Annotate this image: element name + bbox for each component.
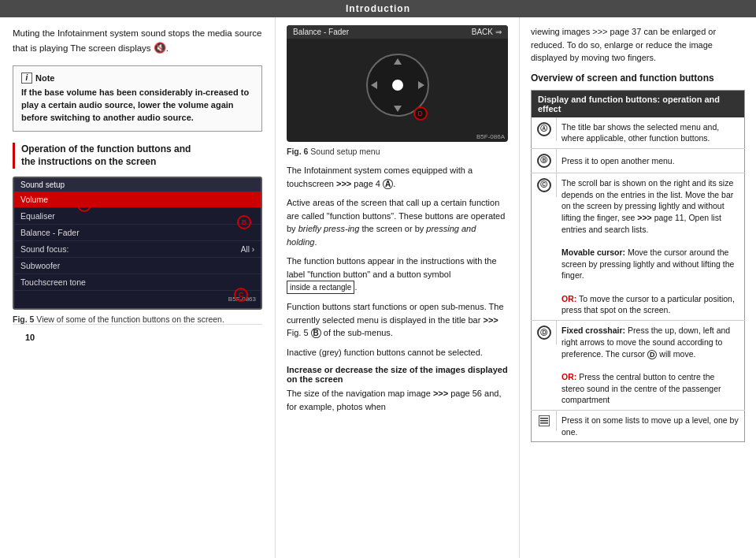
func-table: Display and function buttons: operation … bbox=[531, 90, 745, 443]
svg-rect-2 bbox=[540, 422, 548, 424]
inline-box: inside a rectangle bbox=[287, 281, 354, 294]
table-row-D: Ⓓ Fixed crosshair: Press the up, down, l… bbox=[532, 321, 745, 411]
mid-para-6: The size of the navigation map image >>>… bbox=[287, 387, 508, 413]
page-number-area: 10 bbox=[13, 324, 262, 345]
table-row-C: Ⓒ The scroll bar is shown on the right a… bbox=[532, 173, 745, 320]
mid-para-5: Inactive (grey) function buttons cannot … bbox=[287, 346, 508, 359]
header-bar: Introduction bbox=[0, 0, 756, 17]
func-badge-A: Ⓐ bbox=[537, 122, 551, 136]
car-screen-area: Balance - Fader BACK ⇒ D bbox=[287, 25, 508, 142]
middle-column: Balance - Fader BACK ⇒ D bbox=[276, 17, 520, 558]
list-icon-svg bbox=[539, 416, 549, 426]
right-intro-text: viewing images >>> page 37 can be enlarg… bbox=[531, 25, 745, 65]
fig6-caption: Fig. 6 Sound setup menu bbox=[287, 147, 508, 156]
func-text-A: The title bar shows the selected menu an… bbox=[557, 117, 745, 149]
menu-item-soundfocus: Sound focus: All › bbox=[14, 241, 261, 258]
note-heading: Note bbox=[35, 73, 54, 83]
header-title: Introduction bbox=[346, 3, 410, 14]
badge-cell-A: Ⓐ bbox=[532, 117, 557, 141]
badge-cell-D: Ⓓ bbox=[532, 321, 557, 344]
func-text-B: Press it to open another menu. bbox=[557, 148, 745, 173]
mid-para-4: Function buttons start functions or open… bbox=[287, 300, 508, 340]
note-label: i Note bbox=[21, 73, 254, 84]
menu-item-volume: Volume bbox=[14, 192, 261, 208]
screen-top-bar: Sound setup bbox=[14, 178, 261, 192]
down-arrow bbox=[394, 106, 402, 112]
mid-para-2: Active areas of the screen that call up … bbox=[287, 196, 508, 248]
main-content: Muting the Infotainment system sound sto… bbox=[0, 17, 756, 558]
func-badge-C: Ⓒ bbox=[537, 178, 551, 192]
back-button-area: BACK ⇒ bbox=[472, 28, 502, 36]
badge-D-car: D bbox=[413, 106, 428, 121]
center-dot bbox=[392, 80, 403, 91]
up-arrow bbox=[394, 58, 402, 65]
intro-text: Muting the Infotainment system sound sto… bbox=[13, 27, 262, 56]
badge-cell-list bbox=[532, 411, 557, 431]
left-column: Muting the Infotainment system sound sto… bbox=[0, 17, 276, 558]
svg-rect-0 bbox=[540, 418, 548, 419]
car-screen-topbar: Balance - Fader BACK ⇒ bbox=[287, 25, 508, 39]
menu-item-touchscreen: Touchscreen tone bbox=[14, 274, 261, 291]
func-badge-D: Ⓓ bbox=[537, 326, 551, 340]
fig5-caption: Fig. 5 View of some of the function butt… bbox=[13, 314, 262, 324]
overview-heading: Overview of screen and function buttons bbox=[531, 73, 745, 84]
func-text-D: Fixed crosshair: Press the up, down, lef… bbox=[557, 321, 745, 411]
page-wrapper: Introduction Muting the Infotainment sys… bbox=[0, 0, 756, 558]
func-badge-B: Ⓑ bbox=[537, 154, 551, 168]
menu-item-equaliser: Equaliser bbox=[14, 208, 261, 225]
badge-cell-C: Ⓒ bbox=[532, 173, 557, 197]
right-column: viewing images >>> page 37 can be enlarg… bbox=[520, 17, 756, 558]
menu-item-subwoofer: Subwoofer bbox=[14, 258, 261, 274]
func-text-C: The scroll bar is shown on the right and… bbox=[557, 173, 745, 320]
balance-fader-title: Balance - Fader bbox=[293, 28, 349, 36]
operation-section-heading: Operation of the function buttons and th… bbox=[13, 143, 262, 169]
left-arrow bbox=[371, 81, 377, 89]
screen-mockup: Sound setup Volume Equaliser Balance - F… bbox=[13, 177, 262, 310]
menu-item-balance: Balance - Fader bbox=[14, 225, 261, 241]
func-table-header: Display and function buttons: operation … bbox=[532, 90, 745, 117]
table-row-A: Ⓐ The title bar shows the selected menu … bbox=[532, 117, 745, 149]
mid-para-1: The Infotainment system comes equipped w… bbox=[287, 164, 508, 190]
screen-menu-list: Volume Equaliser Balance - Fader Sound f… bbox=[14, 192, 261, 308]
list-icon bbox=[539, 415, 550, 426]
images-subheading: Increase or decrease the size of the ima… bbox=[287, 365, 508, 384]
table-row-B: Ⓑ Press it to open another menu. bbox=[532, 148, 745, 173]
mid-para-3: The function buttons appear in the instr… bbox=[287, 255, 508, 294]
note-text: If the base volume has been considerably… bbox=[21, 87, 254, 125]
page-number: 10 bbox=[13, 329, 47, 345]
note-box: i Note If the base volume has been consi… bbox=[13, 65, 262, 132]
car-screen-body: D bbox=[287, 39, 508, 132]
fig-code-mid: B5F-086A bbox=[476, 133, 505, 140]
table-row-list: Press it on some lists to move up a leve… bbox=[532, 410, 745, 441]
right-arrow bbox=[418, 81, 424, 89]
badge-cell-B: Ⓑ bbox=[532, 149, 557, 173]
note-icon: i bbox=[21, 73, 32, 84]
svg-rect-1 bbox=[540, 420, 548, 422]
func-text-list: Press it on some lists to move up a leve… bbox=[557, 410, 745, 441]
